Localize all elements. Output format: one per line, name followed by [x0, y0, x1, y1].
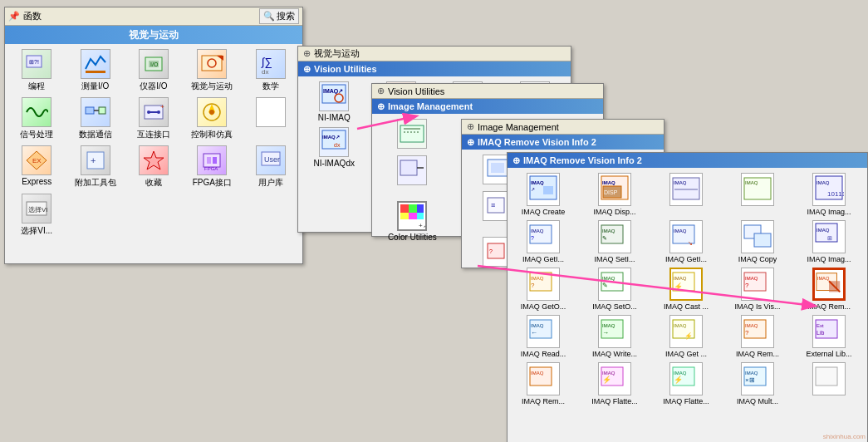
- icon-imaq-geto[interactable]: IMAQ? IMAQ GetO...: [509, 266, 577, 312]
- icon-color-utilities[interactable]: +↗ Color Utilities: [375, 199, 449, 243]
- svg-text:IMAQ: IMAQ: [531, 228, 544, 233]
- icon-user[interactable]: User 用户库: [243, 144, 299, 190]
- svg-rect-60: [409, 204, 417, 213]
- icon-imaq-image2[interactable]: IMAQ⊞ IMAQ Imag...: [795, 219, 863, 265]
- svg-text:?: ?: [531, 235, 534, 241]
- icon-imaq-cast-label: IMAQ Cast ...: [664, 302, 709, 311]
- search-button[interactable]: 🔍 搜索: [259, 8, 299, 24]
- icon-imaq-rem2[interactable]: IMAQ? IMAQ Rem...: [723, 313, 792, 360]
- icon-row1-4[interactable]: IMAQ: [723, 171, 792, 218]
- icon-imaq-write-box: IMAQ→: [598, 315, 631, 348]
- icon-vision[interactable]: 视觉与运动: [184, 47, 240, 94]
- icon-imaq-disp[interactable]: IMAQDISP IMAQ Disp...: [581, 171, 649, 218]
- svg-text:×⊞: ×⊞: [745, 376, 755, 384]
- panel-image-mgmt-label: Image Management: [388, 101, 473, 111]
- icon-imaq-isvis[interactable]: IMAQ? IMAQ Is Vis...: [723, 266, 792, 312]
- icon-external-lib-box: ExtLib: [812, 315, 846, 348]
- svg-rect-13: [99, 107, 105, 114]
- icon-imaq-cast[interactable]: IMAQ⚡ IMAQ Cast ...: [652, 266, 720, 312]
- icon-imaq-geti[interactable]: IMAQ? IMAQ GetI...: [509, 219, 577, 265]
- icon-external-lib[interactable]: ExtLib External Lib...: [795, 313, 863, 360]
- icon-math[interactable]: ∫∑dx 数学: [243, 47, 299, 94]
- icon-imaq-mult[interactable]: IMAQ×⊞ IMAQ Mult...: [723, 361, 792, 407]
- icon-imaq-read[interactable]: IMAQ← IMAQ Read...: [509, 313, 577, 360]
- panel-functions-subtitle: 视觉与运动: [5, 26, 302, 44]
- icon-ni-imaqdx[interactable]: IMAQ↗dx NI-IMAQdx: [302, 125, 367, 169]
- icon-control[interactable]: 控制和仿真: [184, 96, 240, 142]
- icon-instrument[interactable]: I/O 仪器I/O: [125, 47, 182, 94]
- svg-text:≡: ≡: [491, 201, 495, 209]
- icon-imaq-geti2[interactable]: IMAQ↘ IMAQ GetI...: [652, 219, 720, 265]
- icon-select[interactable]: 选择VI 选择VI...: [8, 192, 65, 238]
- panel-im-header-gray: ⊕ Image Management: [462, 120, 664, 135]
- icon-tools[interactable]: + 附加工具包: [66, 144, 123, 190]
- icon-imaq-create[interactable]: IMAQ↗ IMAQ Create: [509, 171, 577, 218]
- svg-text:IMAQ: IMAQ: [602, 323, 615, 328]
- svg-rect-111: [816, 223, 837, 242]
- pin-icon-2: ⊕: [303, 48, 311, 59]
- icon-connect[interactable]: + 互连接口: [125, 96, 182, 142]
- icon-imaq-rem2-box: IMAQ?: [741, 315, 774, 348]
- icon-imaq-geti2-box: IMAQ↘: [669, 220, 703, 253]
- icon-imaq-flatte1[interactable]: IMAQ⚡ IMAQ Flatte...: [581, 361, 649, 407]
- icon-vu-1[interactable]: [375, 117, 449, 152]
- icon-imaq-copy-box: [741, 220, 774, 253]
- icon-imaq-flatte1-label: IMAQ Flatte...: [591, 397, 638, 405]
- icon-express[interactable]: EX Express: [8, 144, 65, 190]
- icon-imaq-write[interactable]: IMAQ→ IMAQ Write...: [581, 313, 649, 360]
- icon-imaq-rem1[interactable]: IMAQ IMAQ Rem...: [795, 266, 863, 312]
- icon-ni-imaq[interactable]: IMAQ↗ NI-IMAQ: [302, 80, 367, 124]
- icon-imaq-copy[interactable]: IMAQ Copy: [723, 219, 792, 265]
- pin-icon-im2: ⊕: [467, 121, 474, 132]
- icon-imaq-geti-label: IMAQ GetI...: [522, 255, 564, 263]
- icon-programming[interactable]: ⊞?! 编程: [8, 47, 65, 94]
- icon-imaq-get[interactable]: IMAQ⚡ IMAQ Get ...: [652, 313, 720, 360]
- icon-signal-label: 信号处理: [20, 129, 53, 140]
- icon-imaq-get-box: IMAQ⚡: [669, 315, 703, 348]
- svg-text:+: +: [160, 103, 164, 110]
- icon-signal[interactable]: 信号处理: [8, 96, 65, 142]
- icon-data[interactable]: 数据通信: [66, 96, 123, 142]
- panel-functions-header: 📌 函数 🔍 搜索: [5, 7, 302, 26]
- svg-rect-11: [86, 107, 94, 114]
- icon-imaq-image1[interactable]: IMAQ1011110 IMAQ Imag...: [795, 171, 863, 218]
- icon-data-box: [81, 97, 110, 127]
- icon-connect-label: 互连接口: [137, 129, 170, 140]
- svg-text:IMAQ: IMAQ: [817, 228, 830, 233]
- thumbtack-icon: 📌: [8, 11, 20, 22]
- icon-imaq-seto[interactable]: IMAQ✎ IMAQ SetO...: [581, 266, 649, 312]
- svg-marker-25: [144, 151, 164, 169]
- icon-imaq-geto-label: IMAQ GetO...: [521, 302, 566, 311]
- icon-imaq-rem3[interactable]: IMAQ IMAQ Rem...: [509, 361, 577, 407]
- panel-vision-utilities-bar: ⊕ Vision Utilities: [298, 61, 571, 76]
- icon-programming-label: 编程: [28, 81, 45, 92]
- icon-imaq-geti2-label: IMAQ GetI...: [665, 255, 707, 263]
- panel-vu-gray-label: Vision Utilities: [388, 86, 444, 96]
- svg-text:⊞?!: ⊞?!: [29, 59, 39, 65]
- icon-vu-4[interactable]: [375, 154, 449, 198]
- svg-rect-64: [417, 213, 424, 219]
- svg-text:⚡: ⚡: [684, 332, 693, 340]
- icon-fpga[interactable]: FPGA FPGA接口: [184, 144, 240, 190]
- pin-icon-imaq: ⊕: [467, 137, 474, 148]
- svg-text:⚡: ⚡: [602, 375, 612, 385]
- icon-empty1-box: [256, 97, 286, 127]
- svg-text:DISP: DISP: [604, 189, 618, 195]
- svg-text:User: User: [264, 155, 280, 164]
- icon-vision-label: 视觉与运动: [191, 81, 233, 92]
- svg-point-17: [157, 110, 160, 114]
- svg-text:IMAQ: IMAQ: [745, 276, 758, 281]
- icon-user-box: User: [256, 145, 286, 175]
- icon-imaq-image1-box: IMAQ1011110: [812, 173, 846, 206]
- icon-imaq-get-label: IMAQ Get ...: [665, 350, 707, 358]
- watermark: shixinhua.com: [823, 433, 866, 440]
- icon-imaq-seti[interactable]: IMAQ✎ IMAQ SetI...: [581, 219, 649, 265]
- icon-favorites[interactable]: 收藏: [125, 144, 182, 190]
- icon-measurement[interactable]: 测量I/O: [66, 47, 123, 94]
- icon-row1-3[interactable]: IMAQ: [652, 171, 720, 218]
- icon-imaq-flatte2[interactable]: IMAQ⚡ IMAQ Flatte...: [652, 361, 720, 407]
- svg-rect-59: [400, 204, 409, 213]
- icon-ni-imaq-label: NI-IMAQ: [318, 113, 351, 122]
- icon-math-label: 数学: [262, 81, 279, 92]
- icon-imaq-create-label: IMAQ Create: [522, 208, 566, 216]
